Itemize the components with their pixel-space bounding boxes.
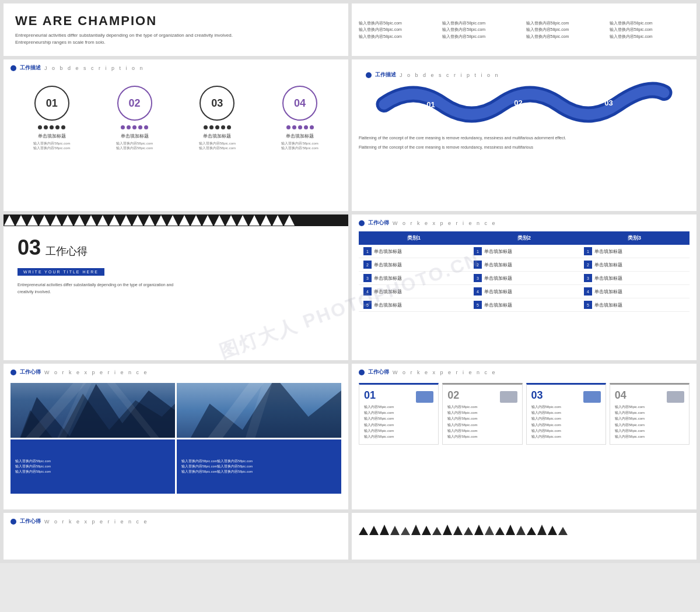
exp-card-2: 02 输入内容58pic.com输入内容58pic.com输入内容58pic.c…	[442, 383, 522, 445]
photo-grid: 输入替换内容58pic.com输入替换内容58pic.com输入替换内容58pi…	[10, 383, 341, 494]
table-cell-3-0: 4单击填加标题	[359, 285, 469, 298]
circle-sub-3: 输入替换内容58pic.com输入替换内容58pic.com	[199, 141, 236, 151]
bottom-triangles	[352, 513, 696, 547]
exp-table: 类别1 类别2 类别3 1单击填加标题1单击填加标题1单击填加标题2单击填加标题…	[359, 231, 690, 312]
dot	[55, 125, 60, 129]
hero-right-cols: 输入替换内容58pic.com 输入替换内容58pic.com 输入替换内容58…	[359, 20, 690, 40]
dot	[304, 125, 308, 129]
section-dot-1	[10, 65, 16, 71]
spine-tri	[249, 215, 260, 226]
tri-18	[537, 525, 547, 535]
spine-tri	[179, 215, 190, 226]
notebook-cn-title: 工作心得	[46, 244, 88, 258]
hero-title: WE ARE CHAMPION	[15, 13, 337, 29]
spine-tri	[226, 215, 236, 226]
spine-tri	[237, 215, 248, 226]
spine-tri	[214, 215, 225, 226]
circle-item-3: 03 单击填加标题 输入替换内容58pic.com输入替换内容58pic.com	[181, 86, 254, 151]
circle-item-1: 01 单击填加标题 输入替换内容58pic.com输入替换内容58pic.com	[16, 86, 89, 151]
tri-3	[380, 525, 389, 535]
col4-line1: 输入替换内容58pic.com	[610, 20, 690, 26]
section-en-3: W o r k e x p e r i e n c e	[393, 220, 497, 226]
circle-dots-2	[121, 125, 148, 129]
section-header-4: 工作心得 W o r k e x p e r i e n c e	[4, 364, 348, 378]
slide-table: 工作心得 W o r k e x p e r i e n c e 类别1 类别2…	[352, 214, 696, 360]
spine-tri	[109, 215, 120, 226]
tri-6	[411, 525, 421, 535]
card-text-4: 输入内容58pic.com输入内容58pic.com输入内容58pic.com输…	[615, 404, 684, 439]
circle-num-1: 01	[34, 86, 69, 121]
section-en-6: W o r k e x p e r i e n c e	[44, 519, 149, 525]
dot	[215, 125, 219, 129]
section-dot-6	[10, 519, 16, 525]
tri-19	[548, 526, 557, 535]
circles-row: 01 单击填加标题 输入替换内容58pic.com输入替换内容58pic.com…	[4, 74, 348, 151]
card-text-2: 输入内容58pic.com输入内容58pic.com输入内容58pic.com输…	[447, 404, 517, 439]
card-num-3: 03	[531, 389, 543, 402]
table-header-1: 类别1	[359, 231, 469, 245]
dot	[50, 125, 54, 129]
table-cell-0-2: 1单击填加标题	[579, 245, 690, 258]
card-text-3: 输入内容58pic.com输入内容58pic.com输入内容58pic.com输…	[531, 404, 601, 439]
tri-4	[390, 526, 400, 535]
dot	[127, 125, 131, 129]
dot	[132, 125, 136, 129]
tri-9	[443, 525, 452, 535]
section-header-6: 工作心得 W o r k e x p e r i e n c e	[4, 513, 348, 527]
table-cell-2-2: 3单击填加标题	[579, 272, 690, 285]
table-cell-0-1: 1单击填加标题	[469, 245, 579, 258]
dot	[204, 125, 208, 129]
col2-line1: 输入替换内容58pic.com	[442, 20, 522, 26]
tri-12	[474, 525, 484, 535]
circle-sub-4: 输入替换内容58pic.com输入替换内容58pic.com	[281, 141, 318, 151]
photo-caption-text-right: 输入替换内容58pic.com输入替换内容58pic.com输入替换内容58pi…	[181, 459, 253, 474]
section-en-5: W o r k e x p e r i e n c e	[393, 370, 497, 375]
circle-label-4: 单击填加标题	[286, 133, 314, 139]
card-icon-3	[583, 391, 601, 403]
spine-tri	[284, 215, 295, 226]
hero-col-4: 输入替换内容58pic.com 输入替换内容58pic.com 输入替换内容58…	[610, 20, 690, 40]
circle-sub-1: 输入替换内容58pic.com输入替换内容58pic.com	[33, 141, 70, 151]
notebook-desc: Entrepreneurial activities differ substa…	[18, 282, 181, 296]
photo-mountain-1	[10, 383, 175, 438]
col1-line2: 输入替换内容58pic.com	[359, 26, 439, 33]
table-cell-3-2: 4单击填加标题	[579, 285, 690, 298]
table-cell-4-1: 5单击填加标题	[469, 298, 579, 312]
slides-grid: WE ARE CHAMPION Entrepreneurial activiti…	[0, 0, 700, 563]
tri-15	[506, 525, 515, 535]
slide-bottom-left: 工作心得 W o r k e x p e r i e n c e	[4, 513, 348, 560]
wave-desc1: Flattening of the concept of the core me…	[359, 135, 690, 142]
table-cell-2-0: 3单击填加标题	[359, 272, 469, 285]
spine-tri	[191, 215, 201, 226]
spine-tri	[132, 215, 143, 226]
slide-job-circles: 工作描述 J o b d e s c r i p t i o n 01 单击填加…	[4, 59, 348, 211]
table-cell-1-0: 2单击填加标题	[359, 258, 469, 272]
spine-tri	[4, 215, 15, 226]
section-cn-4: 工作心得	[20, 368, 41, 376]
notebook-num: 03	[18, 235, 41, 260]
circle-label-1: 单击填加标题	[38, 133, 66, 139]
slide-notebook: 03 工作心得 WRITE YOUR TITLE HERE Entreprene…	[4, 214, 348, 360]
dot	[144, 125, 148, 129]
dot	[38, 125, 42, 129]
notebook-blue-bar: WRITE YOUR TITLE HERE	[18, 268, 104, 276]
tri-13	[485, 526, 494, 535]
circle-num-3: 03	[200, 86, 235, 121]
table-cell-0-0: 1单击填加标题	[359, 245, 469, 258]
spine-tri	[202, 215, 213, 226]
dot	[209, 125, 214, 129]
card-text-1: 输入内容58pic.com输入内容58pic.com输入内容58pic.com输…	[364, 404, 433, 439]
section-header-3: 工作心得 W o r k e x p e r i e n c e	[352, 214, 696, 229]
dot	[227, 125, 231, 129]
circle-dots-3	[204, 125, 231, 129]
slide-hero-right: 输入替换内容58pic.com 输入替换内容58pic.com 输入替换内容58…	[352, 3, 696, 56]
dot	[310, 125, 314, 129]
circle-label-2: 单击填加标题	[121, 133, 149, 139]
dot	[298, 125, 302, 129]
tri-11	[464, 527, 473, 535]
circle-item-4: 04 单击填加标题 输入替换内容58pic.com输入替换内容58pic.com	[264, 86, 337, 151]
section-dot-2	[366, 72, 372, 78]
hero-desc: Entrepreneurial activities differ substa…	[15, 32, 260, 46]
dot	[286, 125, 290, 129]
spine-tri	[51, 215, 61, 226]
